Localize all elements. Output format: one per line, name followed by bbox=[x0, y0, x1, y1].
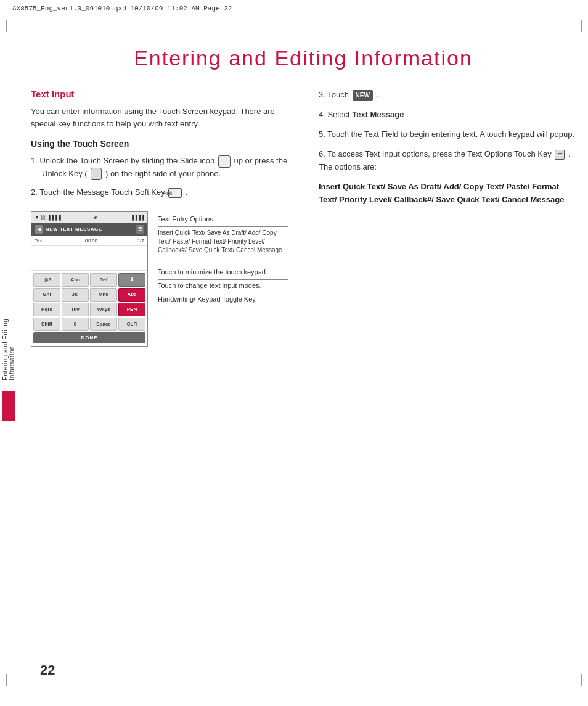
kb-key-pen[interactable]: PEN bbox=[118, 303, 145, 316]
kb-row-4: Shift 0 Space CLR bbox=[33, 318, 145, 331]
kb-key-clr[interactable]: CLR bbox=[118, 318, 145, 331]
kb-key-pqrs[interactable]: Pqrs bbox=[33, 303, 60, 316]
step-2-text-part2: . bbox=[186, 187, 188, 197]
unlock-key-icon bbox=[91, 168, 102, 180]
corner-mark-br bbox=[570, 674, 582, 686]
text-options-key-icon: ☰ bbox=[555, 150, 565, 160]
phone-nav-bar: ◀ NEW TEXT MESSAGE ☰ bbox=[31, 223, 147, 236]
kb-key-zero[interactable]: 0 bbox=[62, 318, 89, 331]
message-soft-key-icon: ✉ bbox=[168, 188, 182, 198]
annotation-insert-quick-text-text: Insert Quick Text/ Save As Draft/ Add/ C… bbox=[158, 229, 288, 255]
nav-title: NEW TEXT MESSAGE bbox=[46, 226, 133, 232]
step-1-number: 1. bbox=[31, 156, 39, 165]
kb-key-jkl[interactable]: Jkl bbox=[62, 288, 89, 302]
phone-textfield-row: Text: 0/160 1/7 bbox=[31, 236, 147, 246]
step-2-text-part1: Touch the Message Touch Soft Key bbox=[39, 187, 167, 197]
annotation-insert-quick-text: Insert Quick Text/ Save As Draft/ Add/ C… bbox=[158, 226, 288, 255]
annotation-text-entry-options-text: Text Entry Options. bbox=[158, 215, 288, 224]
step-1-text-part3: ) on the right side of your phone. bbox=[105, 169, 221, 178]
kb-key-def[interactable]: Def bbox=[90, 273, 117, 287]
side-tab: Entering and Editing Information bbox=[0, 285, 17, 421]
text-page: 1/7 bbox=[137, 238, 144, 244]
step-1: 1. Unlock the Touch Screen by sliding th… bbox=[31, 155, 288, 180]
step-4-after: . bbox=[406, 110, 409, 119]
page-header: AX8575_Eng_ver1.0_091010.qxd 10/10/09 11… bbox=[0, 0, 588, 17]
annotation-handwriting-text: Handwriting/ Keypad Toggle Key. bbox=[158, 295, 288, 303]
step-3-number: 3. Touch bbox=[319, 90, 351, 99]
intro-text: You can enter information using the Touc… bbox=[31, 105, 288, 130]
step-4-bold: Text Message bbox=[352, 110, 404, 119]
section-heading-text-input: Text Input bbox=[31, 89, 288, 99]
annotation-handwriting: Handwriting/ Keypad Toggle Key. bbox=[158, 293, 288, 303]
kb-done-button[interactable]: DONE bbox=[33, 332, 145, 343]
step-6-number: 6. To access Text Input options, press t… bbox=[319, 149, 553, 158]
corner-mark-bl bbox=[6, 674, 18, 686]
kb-row-3: Pqrs Tuv Wxyz PEN bbox=[33, 303, 145, 316]
kb-row-1: .@? Abc Def ⬇ bbox=[33, 273, 145, 287]
two-col-layout: Text Input You can enter information usi… bbox=[31, 89, 576, 347]
phone-screenshot-wrap: ▼ 设 ▐▐▐▐ ⊕ ▐▐▐▐ ◀ NEW TEXT MESSAGE ☰ bbox=[31, 211, 288, 347]
new-icon: NEW bbox=[353, 90, 373, 101]
corner-mark-tr bbox=[570, 20, 582, 32]
right-step-4: 4. Select Text Message . bbox=[319, 109, 576, 121]
annotation-area: Text Entry Options. Insert Quick Text/ S… bbox=[148, 211, 288, 347]
kb-done-row: DONE bbox=[33, 332, 145, 343]
signal-bars: ▐▐▐▐ bbox=[47, 215, 61, 220]
center-icon: ⊕ bbox=[93, 215, 97, 220]
status-icons-left: ▼ 设 ▐▐▐▐ bbox=[35, 214, 61, 221]
main-content: Entering and Editing Information Text In… bbox=[31, 34, 576, 669]
phone-keyboard: .@? Abc Def ⬇ bbox=[31, 271, 147, 346]
annotation-minimize-text: Touch to minimize the touch keypad. bbox=[158, 268, 288, 276]
kb-key-ghi[interactable]: Ghi bbox=[33, 288, 60, 302]
header-text: AX8575_Eng_ver1.0_091010.qxd 10/10/09 11… bbox=[12, 5, 232, 12]
right-column: 3. Touch NEW . 4. Select Text Message . … bbox=[312, 89, 576, 347]
page-title: Entering and Editing Information bbox=[31, 34, 576, 70]
step-5-number: 5. bbox=[319, 129, 327, 139]
step-3-after: . bbox=[377, 90, 379, 99]
annotation-minimize: Touch to minimize the touch keypad. bbox=[158, 266, 288, 276]
right-step-5: 5. Touch the Text Field to begin enterin… bbox=[319, 128, 576, 141]
kb-key-abc[interactable]: Abc bbox=[62, 273, 89, 287]
slide-icon bbox=[218, 155, 231, 168]
nav-options-button[interactable]: ☰ bbox=[136, 225, 144, 234]
side-tab-bar bbox=[2, 391, 15, 421]
corner-mark-tl bbox=[6, 20, 18, 32]
kb-key-space[interactable]: Space bbox=[90, 318, 117, 331]
phone-status-bar: ▼ 设 ▐▐▐▐ ⊕ ▐▐▐▐ bbox=[31, 212, 147, 223]
phone-screen: ▼ 设 ▐▐▐▐ ⊕ ▐▐▐▐ ◀ NEW TEXT MESSAGE ☰ bbox=[31, 211, 148, 347]
step-4-number: 4. Select bbox=[319, 110, 352, 119]
kb-key-tuv[interactable]: Tuv bbox=[62, 303, 89, 316]
text-count: 0/160 bbox=[85, 238, 97, 244]
nav-back-button[interactable]: ◀ bbox=[35, 225, 43, 234]
kb-key-sym[interactable]: .@? bbox=[33, 273, 60, 287]
signal-icon: ▼ bbox=[35, 215, 39, 220]
message-input-area[interactable] bbox=[31, 246, 147, 271]
options-bold-list: Insert Quick Text/ Save As Draft/ Add/ C… bbox=[319, 181, 576, 207]
step-2: 2. Touch the Message Touch Soft Key ✉ . bbox=[31, 186, 288, 199]
kb-key-minimize[interactable]: ⬇ bbox=[118, 273, 145, 287]
annotation-change-mode-text: Touch to change text input modes. bbox=[158, 282, 288, 289]
step-2-number: 2. bbox=[31, 187, 39, 197]
kb-row-2: Ghi Jkl Mno Abc bbox=[33, 288, 145, 302]
annotation-text-entry-options: Text Entry Options. bbox=[158, 215, 288, 224]
side-tab-text: Entering and Editing Information bbox=[2, 285, 15, 380]
kb-key-wxyz[interactable]: Wxyz bbox=[90, 303, 117, 316]
settings-icon: 设 bbox=[41, 214, 46, 221]
kb-key-shift[interactable]: Shift bbox=[33, 318, 60, 331]
kb-key-mno[interactable]: Mno bbox=[90, 288, 117, 302]
step-1-text-part1: Unlock the Touch Screen by sliding the S… bbox=[39, 156, 216, 165]
right-step-3: 3. Touch NEW . bbox=[319, 89, 576, 101]
kb-key-abc-mode[interactable]: Abc bbox=[118, 288, 145, 302]
left-column: Text Input You can enter information usi… bbox=[31, 89, 294, 347]
text-label: Text: bbox=[35, 238, 45, 244]
sub-heading-using-touch: Using the Touch Screen bbox=[31, 139, 288, 149]
right-step-6: 6. To access Text Input options, press t… bbox=[319, 148, 576, 173]
step-5-text: Touch the Text Field to begin entering t… bbox=[327, 129, 574, 139]
annotation-change-mode: Touch to change text input modes. bbox=[158, 279, 288, 289]
battery-icon: ▐▐▐▐ bbox=[130, 215, 144, 220]
